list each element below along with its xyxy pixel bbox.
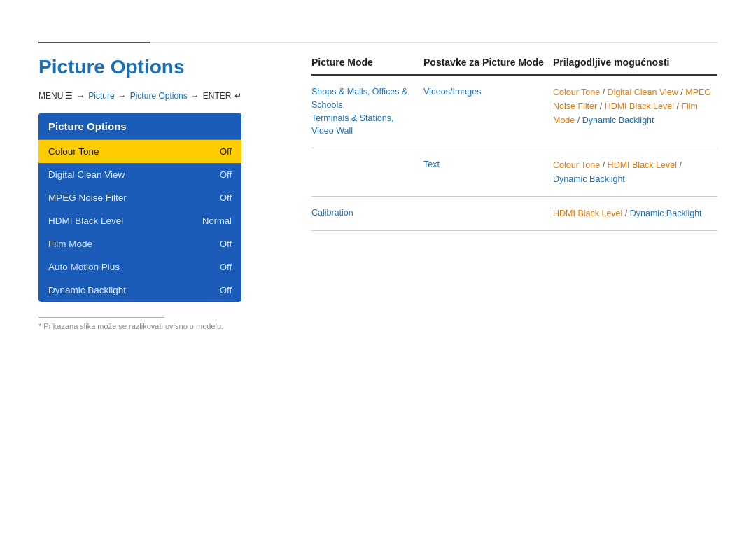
features-table: Picture Mode Postavke za Picture Mode Pr… bbox=[312, 56, 718, 231]
col-header-features: Prilagodljive mogućnosti bbox=[553, 56, 718, 69]
breadcrumb-enter: ENTER bbox=[203, 91, 232, 101]
row1-sep2: / bbox=[678, 87, 685, 97]
menu-item-film-mode[interactable]: Film Mode Off bbox=[38, 232, 241, 255]
breadcrumb-arrow1: → bbox=[76, 91, 85, 101]
row3-feat-dynamic: Dynamic Backlight bbox=[630, 209, 702, 218]
breadcrumb: MENU ☰ → Picture → Picture Options → ENT… bbox=[38, 91, 284, 101]
row1-sep3: / bbox=[597, 101, 604, 111]
row1-feat-dynamic: Dynamic Backlight bbox=[582, 115, 654, 125]
row3-mode-text: Calibration bbox=[312, 208, 354, 218]
menu-item-digital-clean-view[interactable]: Digital Clean View Off bbox=[38, 163, 241, 186]
table-header: Picture Mode Postavke za Picture Mode Pr… bbox=[312, 56, 718, 76]
breadcrumb-link1[interactable]: Picture bbox=[88, 91, 114, 101]
row1-feat-dcv: Digital Clean View bbox=[608, 87, 678, 97]
menu-header: Picture Options bbox=[38, 113, 241, 140]
table-row-2: Text Colour Tone / HDMI Black Level / Dy… bbox=[312, 148, 718, 197]
table-row-1: Shops & Malls, Offices & Schools,Termina… bbox=[312, 76, 718, 148]
top-divider bbox=[38, 42, 718, 43]
right-panel: Picture Mode Postavke za Picture Mode Pr… bbox=[284, 56, 718, 330]
row2-sep1: / bbox=[600, 160, 607, 170]
menu-item-digital-clean-view-label: Digital Clean View bbox=[48, 169, 125, 180]
row3-mode: Calibration bbox=[312, 206, 424, 220]
row1-mode: Shops & Malls, Offices & Schools,Termina… bbox=[312, 85, 424, 138]
row3-sep1: / bbox=[622, 209, 629, 218]
row3-features: HDMI Black Level / Dynamic Backlight bbox=[553, 206, 718, 220]
row3-feat-hdmi: HDMI Black Level bbox=[553, 209, 622, 218]
row2-features: Colour Tone / HDMI Black Level / Dynamic… bbox=[553, 158, 718, 186]
breadcrumb-enter-icon: ↵ bbox=[234, 91, 241, 101]
menu-item-auto-motion-value: Off bbox=[220, 262, 232, 272]
row2-feat-colour-tone: Colour Tone bbox=[553, 160, 600, 170]
breadcrumb-link2[interactable]: Picture Options bbox=[130, 91, 188, 101]
row1-settings-text: Videos/Images bbox=[424, 87, 481, 97]
menu-item-colour-tone-value: Off bbox=[220, 146, 232, 157]
row2-settings-text: Text bbox=[424, 160, 440, 169]
breadcrumb-arrow2: → bbox=[118, 91, 127, 101]
breadcrumb-arrow3: → bbox=[191, 91, 200, 101]
row1-settings: Videos/Images bbox=[424, 85, 553, 99]
menu-item-mpeg-noise-label: MPEG Noise Filter bbox=[48, 192, 127, 203]
row1-feat-hdmi: HDMI Black Level bbox=[605, 101, 674, 111]
row2-feat-hdmi: HDMI Black Level bbox=[608, 160, 677, 170]
row1-features: Colour Tone / Digital Clean View / MPEG … bbox=[553, 85, 718, 127]
page-title: Picture Options bbox=[38, 56, 284, 78]
table-row-3: Calibration HDMI Black Level / Dynamic B… bbox=[312, 197, 718, 231]
menu-item-film-mode-value: Off bbox=[220, 239, 232, 249]
row2-settings: Text bbox=[424, 158, 553, 171]
menu-item-auto-motion[interactable]: Auto Motion Plus Off bbox=[38, 255, 241, 279]
footnote-divider bbox=[38, 317, 164, 318]
footnote: * Prikazana slika može se razlikovati ov… bbox=[38, 322, 284, 330]
menu-item-hdmi-black[interactable]: HDMI Black Level Normal bbox=[38, 209, 241, 232]
menu-item-mpeg-noise-value: Off bbox=[220, 192, 232, 203]
row1-mode-text: Shops & Malls, Offices & Schools,Termina… bbox=[312, 87, 407, 136]
menu-item-colour-tone-label: Colour Tone bbox=[48, 146, 99, 157]
menu-item-digital-clean-view-value: Off bbox=[220, 169, 232, 180]
menu-item-mpeg-noise[interactable]: MPEG Noise Filter Off bbox=[38, 186, 241, 209]
menu-item-colour-tone[interactable]: Colour Tone Off bbox=[38, 140, 241, 163]
menu-item-dynamic-backlight[interactable]: Dynamic Backlight Off bbox=[38, 279, 241, 302]
row1-sep5: / bbox=[575, 115, 582, 125]
row2-feat-dynamic: Dynamic Backlight bbox=[553, 174, 625, 184]
picture-options-menu: Picture Options Colour Tone Off Digital … bbox=[38, 113, 241, 302]
menu-item-hdmi-black-label: HDMI Black Level bbox=[48, 216, 123, 226]
menu-item-film-mode-label: Film Mode bbox=[48, 239, 92, 249]
row1-sep1: / bbox=[600, 87, 607, 97]
row1-sep4: / bbox=[674, 101, 681, 111]
row1-feat-colour-tone: Colour Tone bbox=[553, 87, 600, 97]
breadcrumb-menu-icon: ☰ bbox=[65, 91, 73, 101]
menu-item-dynamic-backlight-value: Off bbox=[220, 285, 232, 295]
menu-item-auto-motion-label: Auto Motion Plus bbox=[48, 262, 120, 272]
breadcrumb-menu: MENU bbox=[38, 91, 63, 101]
col-header-settings: Postavke za Picture Mode bbox=[424, 56, 553, 69]
left-panel: Picture Options MENU ☰ → Picture → Pictu… bbox=[38, 56, 284, 330]
row2-sep2: / bbox=[677, 160, 682, 170]
menu-item-dynamic-backlight-label: Dynamic Backlight bbox=[48, 285, 126, 295]
menu-item-hdmi-black-value: Normal bbox=[202, 216, 232, 226]
col-header-mode: Picture Mode bbox=[312, 56, 424, 69]
